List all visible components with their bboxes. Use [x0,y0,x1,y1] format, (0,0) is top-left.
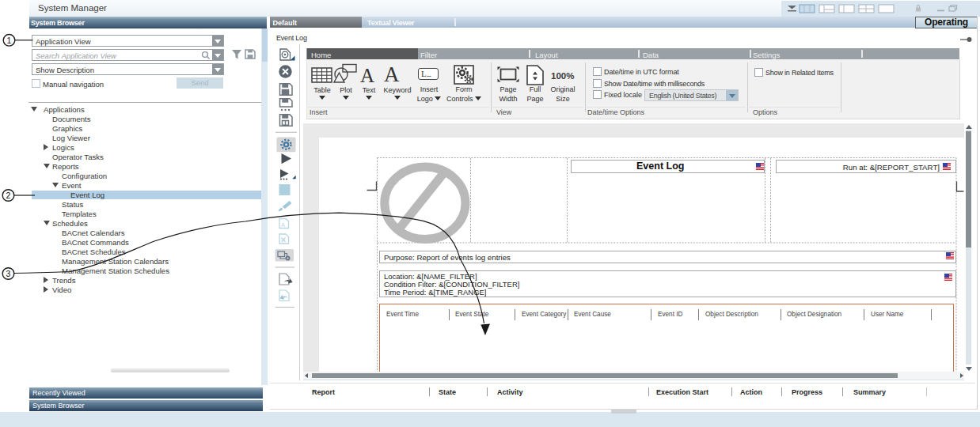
svg-text:2: 2 [6,191,11,200]
svg-text:3: 3 [6,269,11,278]
svg-text:A: A [281,221,285,229]
svg-text:1: 1 [7,36,12,45]
